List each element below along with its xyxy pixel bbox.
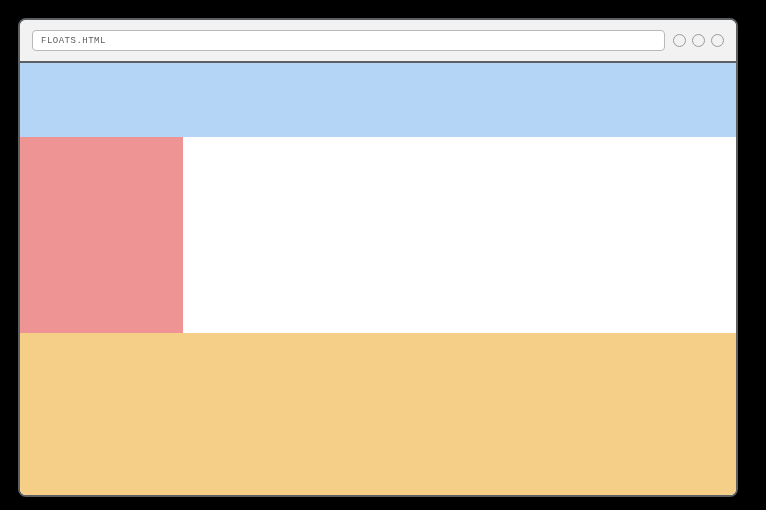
browser-chrome: FLOATS.HTML [20,20,736,63]
footer-block [20,333,736,495]
header-block [20,63,736,137]
maximize-icon[interactable] [692,34,705,47]
close-icon[interactable] [711,34,724,47]
browser-window: FLOATS.HTML [18,18,738,497]
content-row [20,137,736,333]
sidebar-block [20,137,183,333]
url-text: FLOATS.HTML [41,36,106,46]
page-viewport [20,63,736,495]
window-controls [673,34,724,47]
minimize-icon[interactable] [673,34,686,47]
url-bar[interactable]: FLOATS.HTML [32,30,665,51]
